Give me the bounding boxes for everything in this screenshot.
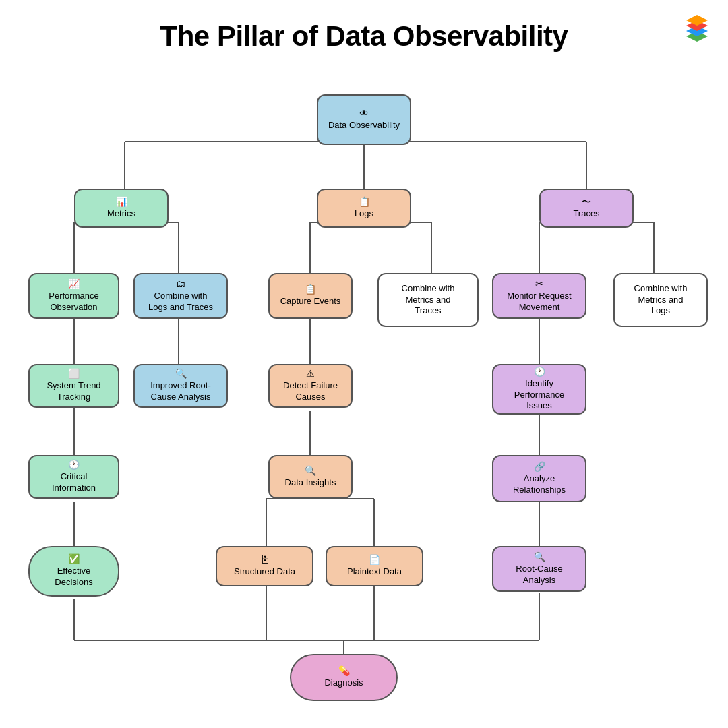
node-system-trend: ⬜ System TrendTracking xyxy=(28,364,119,408)
node-diagnosis: 💊 Diagnosis xyxy=(290,654,398,701)
node-identify-performance: 🕐 IdentifyPerformanceIssues xyxy=(492,364,586,415)
node-logs: 📋 Logs xyxy=(317,189,411,228)
node-analyze-relationships: 🔗 AnalyzeRelationships xyxy=(492,455,586,502)
node-improved-root-cause: 🔍 Improved Root-Cause Analysis xyxy=(133,364,228,408)
eye-icon: 👁 xyxy=(359,109,369,118)
node-combine-metrics-logs: Combine withMetrics andLogs xyxy=(613,273,708,327)
node-data-observability: 👁 Data Observability xyxy=(317,94,411,145)
node-metrics: 📊 Metrics xyxy=(74,189,169,228)
logo-icon xyxy=(681,12,713,44)
node-capture-events: 📋 Capture Events xyxy=(268,273,353,319)
node-combine-metrics-traces: Combine withMetrics andTraces xyxy=(377,273,479,327)
diagram: 👁 Data Observability 📊 Metrics 📋 Logs 〜 … xyxy=(0,74,728,721)
node-data-insights: 🔍 Data Insights xyxy=(268,455,353,499)
node-critical-information: 🕐 CriticalInformation xyxy=(28,455,119,499)
node-effective-decisions: ✅ EffectiveDecisions xyxy=(28,546,119,597)
node-root-cause-analysis: 🔍 Root-CauseAnalysis xyxy=(492,546,586,592)
node-combine-logs-traces: 🗂 Combine withLogs and Traces xyxy=(133,273,228,319)
node-structured-data: 🗄 Structured Data xyxy=(216,546,313,586)
node-monitor-request: ✂ Monitor RequestMovement xyxy=(492,273,586,319)
node-performance-observation: 📈 PerformanceObservation xyxy=(28,273,119,319)
node-plaintext-data: 📄 Plaintext Data xyxy=(326,546,423,586)
node-traces: 〜 Traces xyxy=(539,189,634,228)
page-title: The Pillar of Data Observability xyxy=(0,0,728,53)
node-detect-failure: ⚠ Detect FailureCauses xyxy=(268,364,353,408)
